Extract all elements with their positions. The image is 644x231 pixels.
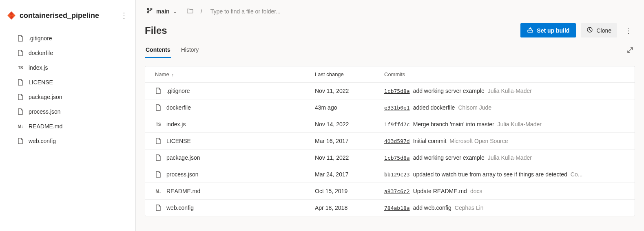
- tree-item-label: process.json: [29, 108, 61, 115]
- tree-item-label: index.js: [29, 64, 48, 71]
- commit-message: updated to watch true from array to see …: [413, 171, 567, 178]
- commit-hash-link[interactable]: a837c6c2: [384, 188, 410, 194]
- file-icon: [17, 35, 24, 42]
- table-row[interactable]: LICENSEMar 16, 2017403d597dInitial commi…: [145, 132, 635, 149]
- last-change: Nov 11, 2022: [315, 154, 384, 161]
- file-icon: [17, 50, 24, 56]
- commit-author: Julia Kulla-Mader: [488, 154, 532, 161]
- commit-hash-link[interactable]: e331b0e1: [384, 105, 410, 111]
- table-row[interactable]: .gitignoreNov 11, 20221cb75d8aadd workin…: [145, 82, 635, 99]
- table-body: .gitignoreNov 11, 20221cb75d8aadd workin…: [145, 82, 635, 216]
- chevron-down-icon: ⌄: [173, 9, 177, 14]
- repo-header: containerised_pipeline: [0, 6, 135, 29]
- file-name: README.md: [166, 188, 200, 194]
- commit-message: added dockerfile: [413, 104, 455, 111]
- tree-item[interactable]: process.json: [0, 104, 135, 119]
- col-header-commits[interactable]: Commits: [384, 71, 625, 77]
- commit-hash-link[interactable]: 1cb75d8a: [384, 155, 410, 161]
- commit-hash-link[interactable]: bb129c23: [384, 172, 410, 178]
- tree-item-label: .gitignore: [29, 35, 52, 42]
- commit-hash-link[interactable]: 403d597d: [384, 138, 410, 144]
- fullscreen-icon[interactable]: [625, 45, 635, 56]
- tree-item-label: package.json: [29, 94, 62, 100]
- table-row[interactable]: TSindex.jsNov 14, 20221f9ffd7cMerge bran…: [145, 116, 635, 132]
- svg-point-2: [150, 8, 152, 10]
- table-row[interactable]: dockerfile43m agoe331b0e1added dockerfil…: [145, 99, 635, 116]
- file-icon: [17, 94, 24, 100]
- repo-name[interactable]: containerised_pipeline: [20, 11, 117, 20]
- last-change: Apr 18, 2018: [315, 205, 384, 211]
- tree-item[interactable]: web.config: [0, 134, 135, 148]
- tree-item[interactable]: dockerfile: [0, 46, 135, 60]
- clone-button[interactable]: Clone: [581, 23, 617, 37]
- breadcrumb-bar: main ⌄ /: [136, 0, 644, 20]
- tree-item[interactable]: TSindex.js: [0, 60, 135, 75]
- setup-build-label: Set up build: [537, 27, 569, 34]
- file-icon: [155, 88, 162, 94]
- commit-hash-link[interactable]: 1cb75d8a: [384, 88, 410, 94]
- tree-item[interactable]: .gitignore: [0, 31, 135, 46]
- file-icon: [17, 79, 24, 86]
- folder-icon[interactable]: [187, 8, 193, 15]
- file-name: process.json: [166, 171, 199, 178]
- tree-item-label: README.md: [29, 123, 62, 130]
- repo-icon: [6, 10, 17, 21]
- commit-message: add web.config: [413, 205, 451, 211]
- setup-build-button[interactable]: Set up build: [520, 23, 576, 37]
- file-icon: [155, 154, 162, 161]
- table-row[interactable]: M↓README.mdOct 15, 2019a837c6c2Update RE…: [145, 183, 635, 199]
- commit-message: add working server example: [413, 154, 485, 161]
- svg-point-0: [147, 8, 149, 10]
- table-row[interactable]: web.configApr 18, 2018784ab18aadd web.co…: [145, 199, 635, 216]
- file-icon: [155, 138, 162, 144]
- tab-history[interactable]: History: [180, 43, 200, 58]
- commit-message: Initial commit: [413, 138, 447, 144]
- file-icon: [155, 205, 162, 211]
- md-file-icon: M↓: [17, 124, 24, 129]
- commit-author: Chisom Jude: [458, 104, 491, 111]
- commit-author: Microsoft Open Source: [449, 138, 508, 144]
- svg-rect-3: [528, 30, 533, 32]
- commit-author: Julia Kulla-Mader: [498, 121, 542, 128]
- clone-icon: [586, 26, 593, 34]
- svg-point-1: [147, 11, 149, 13]
- tree-item[interactable]: M↓README.md: [0, 119, 135, 134]
- last-change: Nov 11, 2022: [315, 88, 384, 94]
- tree-item-label: web.config: [29, 138, 56, 144]
- commit-hash-link[interactable]: 1f9ffd7c: [384, 121, 410, 128]
- tab-contents[interactable]: Contents: [145, 43, 171, 58]
- file-name: package.json: [166, 154, 200, 161]
- file-icon: [17, 108, 24, 115]
- commit-author: docs: [470, 188, 482, 194]
- file-tree-list: .gitignoredockerfileTSindex.jsLICENSEpac…: [0, 29, 135, 151]
- tree-item[interactable]: package.json: [0, 90, 135, 104]
- table-row[interactable]: package.jsonNov 11, 20221cb75d8aadd work…: [145, 149, 635, 166]
- commit-author: Julia Kulla-Mader: [488, 88, 532, 94]
- header-actions: Set up build Clone: [520, 23, 635, 37]
- file-name: dockerfile: [166, 104, 191, 111]
- header-more-button[interactable]: [622, 24, 635, 37]
- branch-selector[interactable]: main ⌄: [144, 6, 179, 17]
- file-name: index.js: [166, 121, 186, 128]
- page-title: Files: [145, 25, 167, 36]
- col-header-name-label: Name: [155, 71, 169, 77]
- breadcrumb-separator: /: [201, 8, 202, 15]
- commit-hash-link[interactable]: 784ab18a: [384, 205, 410, 211]
- col-header-name[interactable]: Name ↑: [155, 71, 315, 77]
- tabs-row: Contents History: [136, 43, 644, 58]
- file-name: .gitignore: [166, 88, 190, 94]
- file-icon: [155, 171, 162, 178]
- last-change: Oct 15, 2019: [315, 188, 384, 194]
- path-filter-input[interactable]: [210, 7, 636, 16]
- col-header-last[interactable]: Last change: [315, 71, 384, 77]
- commit-author: Cephas Lin: [455, 205, 484, 211]
- clone-label: Clone: [596, 27, 611, 34]
- branch-icon: [146, 7, 153, 15]
- repo-more-button[interactable]: [117, 9, 131, 22]
- file-name: web.config: [166, 205, 194, 211]
- file-tree-sidebar: containerised_pipeline .gitignoredockerf…: [0, 0, 136, 231]
- file-icon: [17, 138, 24, 144]
- tree-item[interactable]: LICENSE: [0, 75, 135, 90]
- table-row[interactable]: process.jsonMar 24, 2017bb129c23updated …: [145, 166, 635, 183]
- last-change: Nov 14, 2022: [315, 121, 384, 128]
